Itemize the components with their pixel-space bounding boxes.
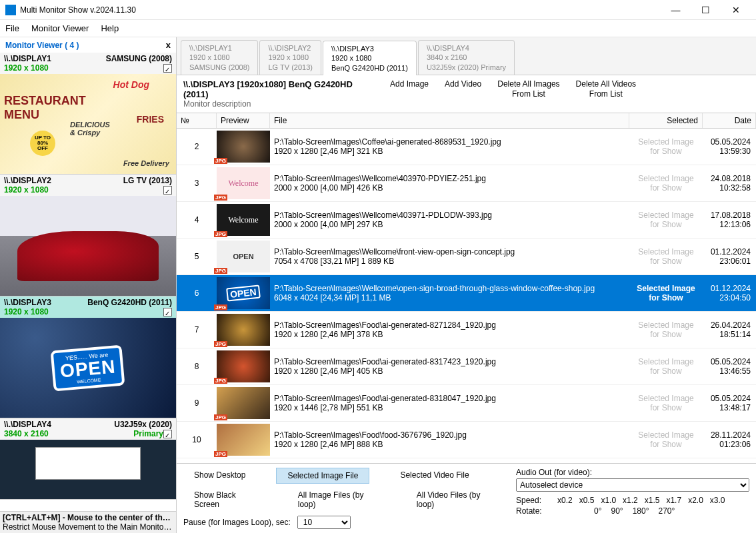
row-date: 05.05.202413:46:55 <box>703 357 756 376</box>
monitor-block[interactable]: \\.\DISPLAY1SAMSUNG (2008) 1920 x 1080 H… <box>0 53 176 175</box>
display-description: Monitor description <box>183 99 377 109</box>
table-row[interactable]: 5 JPG P:\Tablo-Screen\Images\Wellcome\fr… <box>177 239 756 275</box>
maximize-button[interactable]: ☐ <box>691 0 721 20</box>
row-preview: JPG <box>217 314 270 346</box>
window-title: Multi Monitor Show v.2024.11.30 <box>20 5 661 15</box>
speed-option[interactable]: x1.7 <box>666 496 681 505</box>
speed-option[interactable]: x0.5 <box>579 496 595 505</box>
jpg-badge: JPG <box>214 231 227 237</box>
rotate-option[interactable]: 90° <box>611 506 623 516</box>
monitor-resolution: 1920 x 1080 <box>4 307 159 316</box>
table-row[interactable]: 9 JPG P:\Tablo-Screen\Images\Food\ai-gen… <box>177 385 756 422</box>
monitor-checkbox[interactable] <box>163 430 172 438</box>
rotate-option[interactable]: 0° <box>594 506 601 516</box>
speed-option[interactable]: x2.0 <box>688 496 703 505</box>
table-row[interactable]: 10 JPG P:\Tablo-Screen\Images\Food\food-… <box>177 422 756 458</box>
tab-display3[interactable]: \\.\DISPLAY31920 x 1080BenQ G2420HD (201… <box>323 41 417 75</box>
tab-display4[interactable]: \\.\DISPLAY43840 x 2160U32J59x (2020) Pr… <box>418 40 515 75</box>
monitor-thumbnail[interactable] <box>0 196 176 296</box>
table-row[interactable]: 4 JPG P:\Tablo-Screen\Images\Wellcome\40… <box>177 202 756 239</box>
monitor-resolution: 3840 x 2160 <box>4 429 129 438</box>
audio-select[interactable]: Autoselect device <box>516 478 749 492</box>
row-preview: JPG <box>217 424 270 456</box>
row-date: 05.05.202413:48:17 <box>703 394 756 412</box>
menu-monitor-viewer[interactable]: Monitor Viewer <box>31 23 89 33</box>
monitor-model: LG TV (2013) <box>123 176 172 185</box>
col-date[interactable]: Date <box>703 113 756 128</box>
monitor-resolution: 1920 x 1080 <box>4 185 159 195</box>
minimize-button[interactable]: — <box>661 0 691 20</box>
table-row[interactable]: 8 JPG P:\Tablo-Screen\Images\Food\ai-gen… <box>177 348 756 385</box>
toolbar: \\.\DISPLAY3 [1920x1080] BenQ G2420HD (2… <box>177 75 756 113</box>
row-selected: Selected Imagefor Show <box>629 247 703 266</box>
rotate-option[interactable]: 270° <box>658 506 675 516</box>
add-video-button[interactable]: Add Video <box>445 79 481 90</box>
speed-option[interactable]: x1.0 <box>601 496 616 505</box>
monitor-thumbnail[interactable]: Hot DogRESTAURANTMENUFRIESDELICIOUS& Cri… <box>0 74 176 174</box>
monitor-block[interactable]: \\.\DISPLAY4U32J59x (2020) 3840 x 2160Pr… <box>0 418 176 500</box>
monitor-checkbox[interactable] <box>163 64 172 73</box>
row-file: P:\Tablo-Screen\Images\Food\ai-generated… <box>270 394 629 412</box>
speed-option[interactable]: x1.2 <box>623 496 638 505</box>
tab-display1[interactable]: \\.\DISPLAY11920 x 1080SAMSUNG (2008) <box>181 40 258 75</box>
delete-all-images-button[interactable]: Delete All Images From List <box>497 79 559 100</box>
row-preview: JPG <box>217 387 270 419</box>
sidebar-close-button[interactable]: x <box>166 40 171 50</box>
menu-help[interactable]: Help <box>101 23 119 33</box>
speed-option[interactable]: x1.5 <box>645 496 660 505</box>
col-selected[interactable]: Selected <box>629 113 703 128</box>
row-preview: JPG <box>217 167 270 199</box>
row-file: P:\Tablo-Screen\Images\Food\food-3676796… <box>270 430 629 449</box>
audio-label: Audio Out (for video): <box>516 468 749 477</box>
mode-option[interactable]: Show Black Screen <box>183 488 267 512</box>
row-preview: JPG <box>217 241 270 272</box>
row-preview: JPG <box>217 131 270 163</box>
monitor-thumbnail[interactable]: YES...... We areOPENWELCOME <box>0 318 176 418</box>
pause-select[interactable]: 10 <box>297 516 351 529</box>
rotate-label: Rotate: <box>516 506 549 516</box>
rotate-options: 0°90°180°270° <box>594 506 684 516</box>
row-num: 6 <box>177 288 217 298</box>
jpg-badge: JPG <box>214 378 227 384</box>
row-selected: Selected Imagefor Show <box>629 320 703 340</box>
row-date: 05.05.202413:59:30 <box>703 137 756 156</box>
mode-row-1: Show DesktopSelected Image FileSelected … <box>183 468 503 484</box>
close-button[interactable]: ✕ <box>721 0 751 20</box>
mode-option[interactable]: All Video Files (by loop) <box>406 488 503 512</box>
delete-all-videos-button[interactable]: Delete All Videos From List <box>576 79 637 100</box>
monitor-checkbox[interactable] <box>163 186 172 195</box>
tabs: \\.\DISPLAY11920 x 1080SAMSUNG (2008) \\… <box>177 37 756 75</box>
mode-option[interactable]: Selected Image File <box>276 468 369 484</box>
table-row[interactable]: 7 JPG P:\Tablo-Screen\Images\Food\ai-gen… <box>177 312 756 348</box>
speed-option[interactable]: x3.0 <box>710 496 725 505</box>
col-preview[interactable]: Preview <box>217 113 270 128</box>
table-row[interactable]: 6 OPENJPG P:\Tablo-Screen\Images\Wellcom… <box>177 275 756 312</box>
row-num: 9 <box>177 398 217 408</box>
monitor-block[interactable]: \\.\DISPLAY2LG TV (2013) 1920 x 1080 <box>0 175 176 296</box>
speed-option[interactable]: x0.2 <box>557 496 573 505</box>
app-icon <box>5 5 16 15</box>
mode-option[interactable]: Show Desktop <box>183 468 256 484</box>
row-selected: Selected Imagefor Show <box>629 211 703 230</box>
row-file: P:\Tablo-Screen\Images\Wellcome\open-sig… <box>270 284 629 302</box>
mode-option[interactable]: All Image Files (by loop) <box>287 488 386 512</box>
monitor-block[interactable]: \\.\DISPLAY3BenQ G2420HD (2011) 1920 x 1… <box>0 296 176 418</box>
monitor-resolution: 1920 x 1080 <box>4 63 159 73</box>
tab-display2[interactable]: \\.\DISPLAY21920 x 1080LG TV (2013) <box>259 40 321 75</box>
monitor-model: SAMSUNG (2008) <box>106 54 172 63</box>
monitor-checkbox[interactable] <box>163 308 172 316</box>
jpg-badge: JPG <box>214 268 227 274</box>
row-selected: Selected Imagefor Show <box>629 284 703 303</box>
speed-label: Speed: <box>516 496 549 505</box>
col-num[interactable]: № <box>177 113 217 128</box>
rotate-option[interactable]: 180° <box>633 506 649 516</box>
row-date: 01.12.202423:04:50 <box>703 284 756 302</box>
table-row[interactable]: 2 JPG P:\Tablo-Screen\Images\Coffee\ai-g… <box>177 129 756 165</box>
row-num: 7 <box>177 325 217 334</box>
mode-option[interactable]: Selected Video File <box>389 468 479 484</box>
monitor-thumbnail[interactable] <box>0 440 176 499</box>
add-image-button[interactable]: Add Image <box>390 79 429 90</box>
table-row[interactable]: 3 JPG P:\Tablo-Screen\Images\Wellcome\40… <box>177 165 756 202</box>
col-file[interactable]: File <box>270 113 629 128</box>
menu-file[interactable]: File <box>5 23 19 33</box>
